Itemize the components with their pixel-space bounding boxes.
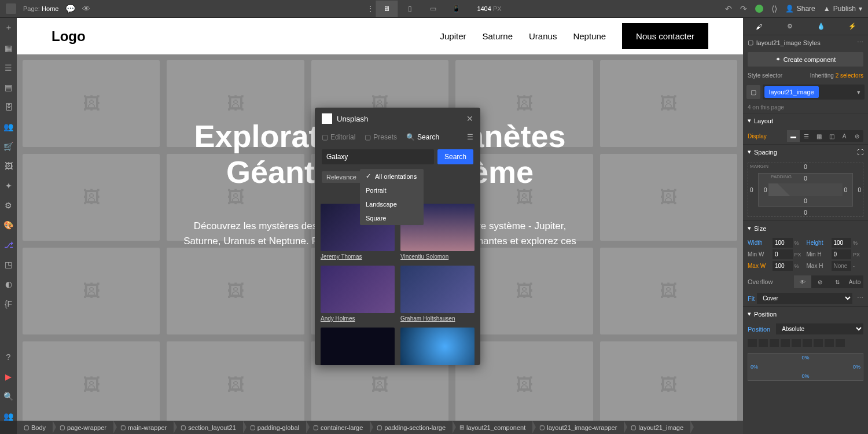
result-item[interactable]: Andy Holmes	[321, 266, 395, 322]
anchor-preset[interactable]	[770, 339, 779, 347]
display-block-icon[interactable]: ▬	[787, 130, 800, 142]
height-input[interactable]	[832, 238, 852, 248]
code-icon[interactable]: ⟨⟩	[771, 4, 777, 13]
anchor-preset[interactable]	[814, 339, 823, 347]
nav-item-saturne[interactable]: Saturne	[482, 31, 513, 41]
display-flex-icon[interactable]: ☰	[800, 130, 812, 142]
navigator-icon[interactable]: ☰	[5, 63, 12, 72]
display-grid-icon[interactable]: ▦	[812, 130, 825, 142]
height-unit[interactable]: %	[853, 240, 863, 246]
result-item[interactable]	[400, 328, 475, 365]
tab-interactions-icon[interactable]: ⚡	[837, 18, 868, 35]
settings-icon[interactable]: ⚙	[5, 201, 12, 210]
result-item[interactable]: Graham Holtshausen	[400, 266, 475, 322]
video-icon[interactable]: ▶	[5, 372, 12, 381]
variables-icon[interactable]: 🎨	[3, 220, 13, 230]
chevron-down-icon[interactable]: ▾	[855, 89, 863, 96]
crumb-padding-global[interactable]: ▢padding-global	[243, 421, 306, 434]
result-item[interactable]	[321, 328, 395, 365]
webflow-logo-icon[interactable]	[6, 3, 16, 14]
padding-top-value[interactable]: 0	[804, 175, 807, 182]
orientation-landscape[interactable]: Landscape	[360, 197, 424, 211]
tab-search[interactable]: 🔍Search	[406, 133, 439, 141]
preview-icon[interactable]: 👁	[82, 4, 90, 13]
close-icon[interactable]: ✕	[466, 114, 473, 123]
display-inline-icon[interactable]: A	[838, 130, 851, 142]
search-icon[interactable]: 🔍	[3, 392, 13, 401]
pages-icon[interactable]: ▦	[5, 43, 12, 53]
crumb-section[interactable]: ▢section_layout21	[174, 421, 243, 434]
minw-unit[interactable]: PX	[795, 252, 805, 258]
comments-icon[interactable]: 💬	[65, 4, 75, 13]
pos-top-value[interactable]: 0%	[801, 355, 809, 361]
anchor-preset[interactable]	[803, 339, 812, 347]
modal-menu-icon[interactable]: ☰	[467, 133, 473, 141]
more-icon[interactable]: ⋯	[857, 39, 863, 46]
anchor-preset[interactable]	[836, 339, 845, 347]
create-component-button[interactable]: ✦ Create component	[748, 52, 863, 67]
fit-select[interactable]: Cover	[757, 293, 852, 304]
anchor-preset[interactable]	[825, 339, 834, 347]
fit-more-icon[interactable]: ⋯	[857, 295, 863, 302]
audit-icon[interactable]: ◐	[5, 279, 12, 289]
layout-header[interactable]: ▾ Layout	[743, 113, 868, 128]
width-unit[interactable]: %	[795, 240, 805, 246]
components-icon[interactable]: ▤	[5, 83, 12, 92]
overflow-hidden-icon[interactable]: ⊘	[811, 275, 829, 288]
nav-item-jupiter[interactable]: Jupiter	[440, 31, 466, 41]
device-desktop-icon[interactable]: 🖥	[376, 1, 398, 17]
tab-presets[interactable]: ▢Presets	[365, 133, 397, 141]
minw-input[interactable]	[773, 249, 793, 259]
tab-editorial[interactable]: ▢Editorial	[322, 133, 355, 141]
more-icon[interactable]: ⋮	[366, 4, 374, 13]
maxh-unit[interactable]: -	[853, 263, 863, 269]
spacing-header[interactable]: ▾ Spacing⛶	[743, 144, 868, 159]
padding-right-value[interactable]: 0	[844, 187, 847, 193]
crumb-image-wrapper[interactable]: ▢layout21_image-wrapper	[532, 421, 624, 434]
overflow-scroll-icon[interactable]: ⇅	[829, 275, 846, 288]
box-icon[interactable]: ◳	[5, 260, 12, 269]
device-tablet-icon[interactable]: ▯	[399, 1, 421, 17]
device-tablet-landscape-icon[interactable]: ▭	[422, 1, 444, 17]
publish-button[interactable]: ▲ Publish ▾	[823, 5, 862, 13]
result-thumbnail[interactable]	[321, 266, 395, 313]
page-name[interactable]: Home	[42, 5, 58, 12]
selector-input[interactable]: ▢ layout21_image ▾	[746, 84, 865, 100]
maxw-input[interactable]	[773, 261, 793, 271]
crumb-padding-section[interactable]: ▢padding-section-large	[370, 421, 453, 434]
minh-unit[interactable]: PX	[853, 252, 863, 258]
cms-icon[interactable]: 🗄	[5, 102, 13, 112]
maxh-input[interactable]	[832, 261, 852, 271]
help-icon[interactable]: ?	[6, 352, 11, 362]
audit-panel-icon[interactable]: 👥	[3, 411, 13, 421]
margin-left-value[interactable]: 0	[750, 187, 753, 193]
display-none-icon[interactable]: ⊘	[851, 130, 863, 142]
cta-button[interactable]: Nous contacter	[622, 23, 708, 49]
margin-right-value[interactable]: 0	[858, 187, 861, 193]
canvas[interactable]: Logo Jupiter Saturne Uranus Neptune Nous…	[17, 18, 743, 421]
braces-icon[interactable]: {F	[5, 299, 12, 308]
result-author[interactable]: Vincentiu Solomon	[400, 253, 475, 260]
crumb-image[interactable]: ▢layout21_image	[624, 421, 690, 434]
logic-icon[interactable]: ⎇	[4, 240, 13, 249]
crumb-component[interactable]: ⊞layout21_component	[453, 421, 532, 434]
spacing-editor[interactable]: MARGIN PADDING 0 0 0 0 0 0 0 0	[748, 163, 863, 217]
result-thumbnail[interactable]	[400, 328, 475, 365]
pos-left-value[interactable]: 0%	[751, 364, 758, 370]
display-inline-block-icon[interactable]: ◫	[825, 130, 838, 142]
width-input[interactable]	[773, 238, 793, 248]
orientation-all[interactable]: All orientations	[360, 169, 424, 183]
overflow-auto-button[interactable]: Auto	[846, 275, 863, 288]
crumb-main-wrapper[interactable]: ▢main-wrapper	[113, 421, 174, 434]
position-editor[interactable]: 0% 0% 0% 0%	[748, 353, 863, 381]
relevance-filter[interactable]: Relevance	[322, 171, 361, 183]
inheriting-label[interactable]: Inheriting 2 selectors	[810, 72, 863, 79]
redo-icon[interactable]: ↷	[740, 4, 747, 13]
orientation-square[interactable]: Square	[360, 211, 424, 225]
result-author[interactable]: Andy Holmes	[321, 315, 395, 322]
result-thumbnail[interactable]	[321, 328, 395, 365]
search-button[interactable]: Search	[437, 149, 473, 164]
tab-settings-icon[interactable]: ⚙	[774, 18, 806, 35]
share-button[interactable]: 👤 Share	[785, 5, 815, 13]
result-author[interactable]: Jeremy Thomas	[321, 253, 395, 260]
